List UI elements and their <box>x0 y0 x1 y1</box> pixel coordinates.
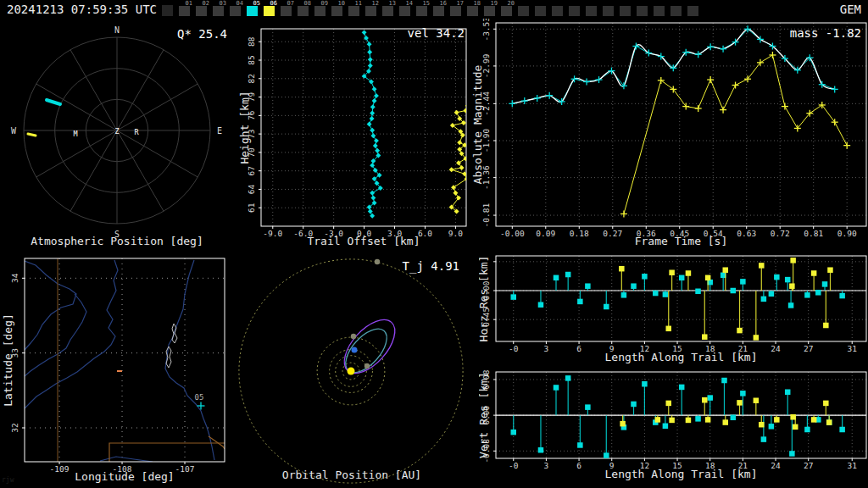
camera-box-01[interactable]: 01 <box>178 0 195 19</box>
camera-box-03[interactable]: 03 <box>212 0 229 19</box>
series-station-06 <box>620 397 832 430</box>
camera-box-18[interactable]: 18 <box>466 0 483 19</box>
svg-text:-3.53: -3.53 <box>481 19 491 42</box>
svg-text:0.18: 0.18 <box>570 229 589 238</box>
camera-box-blank[interactable] <box>619 0 636 19</box>
svg-text:-0: -0 <box>509 344 519 353</box>
camera-box-20[interactable]: 20 <box>500 0 517 19</box>
svg-text:Longitude [deg]: Longitude [deg] <box>75 470 174 483</box>
svg-text:E: E <box>217 126 222 136</box>
svg-text:Vert Res [km]: Vert Res [km] <box>479 372 490 458</box>
svg-text:3: 3 <box>544 461 549 470</box>
camera-box-blank[interactable] <box>670 0 687 19</box>
camera-box-08[interactable]: 08 <box>297 0 314 19</box>
light-curve-chart: -0.000.090.180.270.360.450.540.630.720.8… <box>471 19 868 250</box>
camera-box-blank[interactable] <box>161 0 178 19</box>
atmospheric-position-chart: NESWZRMQ* 25.4Atmospheric Position [deg] <box>0 19 237 250</box>
sun-marker <box>348 368 355 375</box>
camera-box-12[interactable]: 12 <box>364 0 381 19</box>
camera-box-blank[interactable] <box>517 0 534 19</box>
camera-box-blank[interactable] <box>687 0 704 19</box>
river <box>25 301 115 408</box>
svg-text:24: 24 <box>771 344 781 353</box>
river <box>25 261 76 350</box>
camera-box-blank[interactable] <box>568 0 585 19</box>
svg-text:-109: -109 <box>50 464 70 474</box>
svg-text:24: 24 <box>771 461 781 470</box>
camera-box-10[interactable]: 10 <box>331 0 348 19</box>
camera-box-19[interactable]: 19 <box>483 0 500 19</box>
camera-box-blank[interactable] <box>585 0 602 19</box>
svg-text:88: 88 <box>247 36 256 47</box>
camera-box-09[interactable]: 09 <box>314 0 331 19</box>
camera-label: 20 <box>508 1 515 7</box>
camera-label: 19 <box>491 1 498 7</box>
svg-text:64: 64 <box>247 184 256 194</box>
camera-box-blank[interactable] <box>636 0 653 19</box>
svg-text:31: 31 <box>848 461 858 470</box>
shower-code: GEM <box>840 3 861 16</box>
river <box>165 260 214 460</box>
svg-text:N: N <box>114 25 120 35</box>
camera-box-17[interactable]: 17 <box>449 0 466 19</box>
svg-text:Length Along Trail [km]: Length Along Trail [km] <box>604 351 757 363</box>
meteor-track-05 <box>47 100 60 104</box>
svg-text:27: 27 <box>804 461 813 470</box>
timestamp: 20241213 07:59:35 UTC <box>7 3 157 16</box>
series-station-06 <box>449 92 471 214</box>
camera-box-05[interactable]: 05 <box>246 0 263 19</box>
camera-label: 11 <box>355 1 362 7</box>
panel-orbital-position: T_j 4.91Orbital Position [AU] <box>237 250 479 488</box>
trail-offset-chart: -9.0-6.0-3.00.03.06.09.06164677073767982… <box>237 19 471 250</box>
svg-text:Trail Offset [km]: Trail Offset [km] <box>307 235 420 247</box>
camera-box-14[interactable]: 14 <box>398 0 415 19</box>
river <box>111 260 118 301</box>
svg-text:R: R <box>134 128 139 136</box>
camera-box-15[interactable]: 15 <box>415 0 432 19</box>
camera-label: 07 <box>287 1 294 7</box>
camera-box-blank[interactable] <box>551 0 568 19</box>
svg-text:Length Along Trail [km]: Length Along Trail [km] <box>604 468 757 480</box>
camera-label: 13 <box>389 1 396 7</box>
svg-text:Q* 25.4: Q* 25.4 <box>177 27 227 41</box>
camera-label: 16 <box>440 1 447 7</box>
earth-marker <box>352 347 358 353</box>
camera-label: 12 <box>372 1 379 7</box>
svg-text:34: 34 <box>10 273 19 283</box>
svg-text:6: 6 <box>576 461 581 470</box>
camera-label: 15 <box>423 1 430 7</box>
svg-text:-0.00: -0.00 <box>500 229 525 238</box>
svg-text:Orbital Position [AU]: Orbital Position [AU] <box>282 469 421 481</box>
camera-box-11[interactable]: 11 <box>348 0 364 19</box>
meteoroid-orbit-purple <box>335 311 403 382</box>
panel-vertical-residuals: -0369121518212427310.080.00-0.08Length A… <box>479 369 868 488</box>
svg-text:05: 05 <box>195 393 204 402</box>
watermark: rjw <box>2 476 14 484</box>
svg-text:31: 31 <box>848 344 858 353</box>
camera-box-13[interactable]: 13 <box>381 0 398 19</box>
camera-box-07[interactable]: 07 <box>280 0 297 19</box>
svg-text:-0: -0 <box>509 461 519 470</box>
map-features <box>25 258 225 462</box>
ground-map-chart: -109-108-10732333405Longitude [deg]Latit… <box>0 250 237 488</box>
svg-text:0.81: 0.81 <box>804 229 823 238</box>
venus-marker <box>364 363 370 369</box>
series-station-06 <box>620 52 850 217</box>
jupiter-marker <box>375 259 380 264</box>
svg-text:0.63: 0.63 <box>737 229 756 238</box>
camera-box-blank[interactable] <box>653 0 670 19</box>
camera-box-06[interactable]: 06 <box>263 0 280 19</box>
svg-text:Latitude [deg]: Latitude [deg] <box>2 313 14 407</box>
camera-box-02[interactable]: 02 <box>195 0 212 19</box>
camera-box-16[interactable]: 16 <box>432 0 449 19</box>
camera-box-blank[interactable] <box>602 0 619 19</box>
svg-text:27: 27 <box>804 344 813 353</box>
meteor-analysis-screen: 20241213 07:59:35 UTC 010203040506070809… <box>0 0 868 488</box>
svg-text:67: 67 <box>247 166 256 175</box>
svg-text:M: M <box>73 130 77 138</box>
camera-box-04[interactable]: 04 <box>229 0 246 19</box>
svg-text:W: W <box>11 126 17 136</box>
camera-label: 08 <box>304 1 311 7</box>
svg-text:0.09: 0.09 <box>536 229 555 238</box>
camera-box-blank[interactable] <box>534 0 551 19</box>
